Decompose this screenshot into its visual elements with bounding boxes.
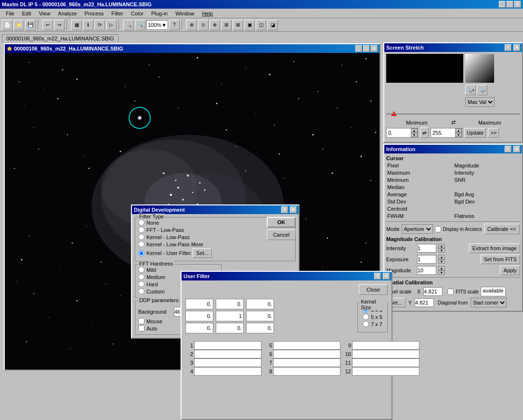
- mode-dropdown[interactable]: Aperture: [402, 224, 433, 234]
- intensity-input[interactable]: [417, 244, 436, 253]
- image-minimize-btn[interactable]: _: [355, 45, 362, 52]
- menu-process[interactable]: Process: [81, 10, 108, 17]
- set-from-fits-btn[interactable]: Set from FITS: [481, 255, 520, 264]
- num-2-input[interactable]: [194, 350, 262, 358]
- ddp-help-btn[interactable]: ?: [281, 206, 288, 213]
- radio-none-input[interactable]: [138, 219, 144, 226]
- menu-edit[interactable]: Edit: [18, 10, 35, 17]
- minimize-btn[interactable]: _: [499, 1, 506, 8]
- filter-cell-2-1[interactable]: [216, 323, 244, 333]
- toolbar-btn3[interactable]: ⟳: [94, 20, 105, 30]
- magnitude-input[interactable]: [417, 266, 436, 275]
- max-spin-up[interactable]: ▲: [455, 128, 462, 133]
- auto-checkbox[interactable]: [138, 325, 144, 331]
- maximize-btn[interactable]: □: [507, 1, 513, 8]
- mouse-checkbox[interactable]: [138, 318, 144, 324]
- y-scale-input[interactable]: [415, 298, 434, 307]
- num-5-input[interactable]: [273, 341, 340, 350]
- toolbar-btn4[interactable]: ▷: [106, 20, 117, 30]
- toolbar-undo[interactable]: ↩: [42, 20, 53, 30]
- toolbar-extra4[interactable]: ⊞: [221, 20, 232, 30]
- fits-scale-checkbox[interactable]: [447, 289, 454, 295]
- toolbar-open[interactable]: 📁: [13, 20, 24, 30]
- calibrate-btn[interactable]: Calibrate <<: [484, 224, 520, 234]
- toolbar-screen-stretch[interactable]: ▦: [71, 20, 82, 30]
- screen-stretch-help-btn[interactable]: ?: [505, 44, 511, 51]
- extract-from-image-btn[interactable]: Extract from image: [469, 243, 520, 253]
- menu-filter[interactable]: Filter: [107, 10, 127, 17]
- toolbar-zoom-in[interactable]: 🔍: [135, 20, 145, 30]
- radio-custom-input[interactable]: [138, 288, 144, 294]
- info-close-btn[interactable]: ✕: [513, 146, 520, 153]
- menu-plugin[interactable]: Plug-in: [147, 10, 171, 17]
- tab-image[interactable]: 00000106_960s_m22_Ha.LUMINANCE.SBIG: [2, 34, 118, 42]
- toolbar-help[interactable]: ?: [169, 20, 180, 30]
- toolbar-info[interactable]: ℹ: [83, 20, 93, 30]
- radio-medium-input[interactable]: [138, 274, 144, 280]
- close-btn[interactable]: ✕: [514, 1, 521, 8]
- toolbar-extra5[interactable]: ⊠: [233, 20, 243, 30]
- info-help-btn[interactable]: ?: [505, 146, 511, 153]
- num-3-input[interactable]: [194, 358, 262, 367]
- update-arrow-btn[interactable]: >>: [488, 128, 499, 138]
- radio-hard-input[interactable]: [138, 281, 144, 287]
- radio-mild-input[interactable]: [138, 267, 144, 273]
- min-spin-down[interactable]: ▼: [411, 133, 418, 137]
- menu-help[interactable]: Help: [198, 10, 217, 17]
- ddp-close-btn[interactable]: ✕: [290, 206, 297, 213]
- zoom-dropdown-arrow[interactable]: ▼: [161, 22, 167, 28]
- ok-btn[interactable]: OK: [267, 217, 296, 228]
- filter-cell-2-2[interactable]: [246, 323, 274, 333]
- user-filter-help-btn[interactable]: ?: [374, 273, 381, 280]
- radio-7x7-input[interactable]: [363, 321, 369, 327]
- radio-kernel-lpm-input[interactable]: [138, 241, 144, 247]
- toolbar-save[interactable]: 💾: [25, 20, 36, 30]
- display-in-arcsecs-checkbox[interactable]: [435, 226, 441, 232]
- toolbar-extra8[interactable]: ◪: [267, 20, 278, 30]
- num-10-input[interactable]: [352, 350, 419, 358]
- zoom-level-box[interactable]: 100% ▼: [146, 20, 168, 30]
- max-spin-down[interactable]: ▼: [455, 133, 462, 137]
- filter-cell-0-1[interactable]: [216, 299, 244, 309]
- toolbar-extra7[interactable]: ◫: [256, 20, 266, 30]
- filter-cell-2-0[interactable]: [185, 323, 213, 333]
- user-filter-close-btn[interactable]: ✕: [383, 273, 390, 280]
- intensity-spin-up[interactable]: ▲: [438, 244, 445, 248]
- filter-cell-1-0[interactable]: [185, 311, 213, 321]
- toolbar-extra1[interactable]: ⊕: [186, 20, 197, 30]
- toolbar-extra6[interactable]: ▣: [244, 20, 255, 30]
- menu-file[interactable]: File: [2, 10, 18, 17]
- radio-fft-input[interactable]: [138, 227, 144, 233]
- magnitude-spin-down[interactable]: ▼: [438, 270, 445, 275]
- image-maximize-btn[interactable]: □: [363, 45, 370, 52]
- swap-btn[interactable]: ⇄: [420, 127, 429, 138]
- exposure-spin-down[interactable]: ▼: [438, 259, 445, 264]
- update-btn[interactable]: Update: [464, 128, 486, 138]
- min-spin-up[interactable]: ▲: [411, 128, 418, 133]
- num-6-input[interactable]: [273, 350, 340, 358]
- radio-kernel-lp-input[interactable]: [138, 234, 144, 240]
- apply-calib-btn[interactable]: Apply: [500, 266, 520, 275]
- filter-cell-0-0[interactable]: [185, 299, 213, 309]
- radio-5x5-input[interactable]: [363, 314, 369, 320]
- num-12-input[interactable]: [352, 367, 419, 376]
- toolbar-new[interactable]: 📄: [2, 20, 13, 30]
- num-11-input[interactable]: [352, 358, 419, 367]
- filter-cell-0-2[interactable]: [246, 299, 274, 309]
- stretch-zoom-in-btn[interactable]: 🔍+: [465, 85, 476, 95]
- num-1-input[interactable]: [194, 341, 262, 350]
- menu-window[interactable]: Window: [171, 10, 198, 17]
- toolbar-zoom-out[interactable]: 🔍: [123, 20, 134, 30]
- image-close-btn[interactable]: ✕: [371, 45, 378, 52]
- cancel-btn[interactable]: Cancel: [267, 229, 296, 240]
- set-filter-btn[interactable]: Set...: [193, 248, 212, 258]
- num-7-input[interactable]: [273, 358, 340, 367]
- menu-analyze[interactable]: Analyze: [54, 10, 80, 17]
- filter-cell-1-1[interactable]: [216, 311, 244, 321]
- toolbar-redo[interactable]: ↪: [54, 20, 65, 30]
- exposure-spin-up[interactable]: ▲: [438, 255, 445, 259]
- radio-kernel-user-input[interactable]: [138, 250, 144, 256]
- magnitude-spin-up[interactable]: ▲: [438, 266, 445, 270]
- start-corner-dropdown[interactable]: Start corner: [471, 298, 507, 307]
- maxval-dropdown[interactable]: Max Val: [465, 97, 495, 107]
